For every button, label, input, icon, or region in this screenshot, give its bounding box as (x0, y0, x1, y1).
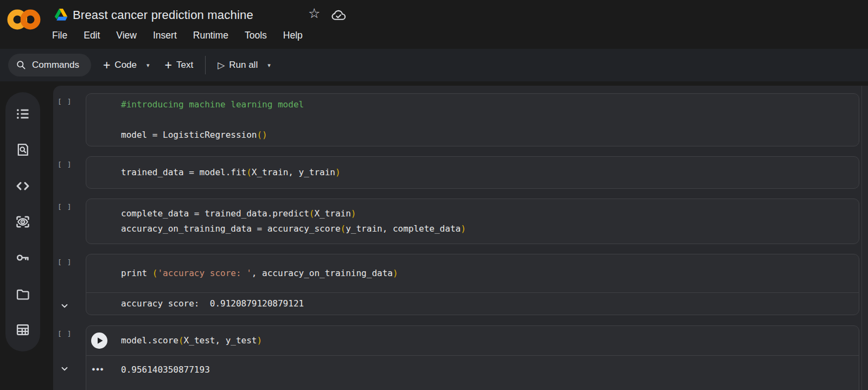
code-cell[interactable]: #introducing machine learning modelmodel… (86, 93, 859, 146)
cell-gutter: [ ] (53, 254, 86, 315)
toolbar-divider (205, 56, 206, 74)
cell-row: [ ]complete_data = trained_data.predict(… (53, 199, 859, 244)
code-line: #introducing machine learning model (121, 97, 859, 112)
code-editor[interactable]: trained_data = model.fit(X_train, y_trai… (86, 157, 859, 188)
table-of-contents-icon[interactable] (15, 106, 30, 122)
cell-gutter: [ ] (53, 199, 86, 244)
cell-gutter: [ ] (53, 156, 86, 189)
collapse-output-chevron-icon[interactable] (60, 364, 69, 374)
code-editor[interactable]: print ('accuracy score: ', accuracy_on_t… (86, 254, 859, 292)
left-rail (0, 81, 53, 390)
cell-output: ●●●0.956140350877193 (86, 355, 859, 390)
collapse-output-chevron-icon[interactable] (60, 301, 69, 311)
menubar: FileEditViewInsertRuntimeToolsHelp (52, 30, 303, 41)
menu-insert[interactable]: Insert (153, 30, 177, 41)
execution-indicator[interactable]: [ ] (58, 203, 72, 211)
commands-label: Commands (32, 60, 79, 71)
output-text: 0.956140350877193 (121, 362, 859, 378)
run-all-button[interactable]: ▷ Run all ▾ (218, 60, 271, 71)
code-editor[interactable]: complete_data = trained_data.predict(X_t… (86, 199, 859, 244)
colab-logo[interactable] (7, 7, 41, 32)
cell-row: [ ]#introducing machine learning modelmo… (53, 93, 859, 146)
run-cell-button[interactable] (91, 333, 107, 349)
menu-edit[interactable]: Edit (84, 30, 100, 41)
menu-tools[interactable]: Tools (245, 30, 267, 41)
notebook-area: [ ]#introducing machine learning modelmo… (53, 86, 868, 390)
toolbar: Commands + Code ▾ + Text ▷ Run all ▾ (0, 49, 868, 81)
secrets-icon[interactable] (15, 250, 30, 265)
cell-gutter: [ ] (53, 93, 86, 146)
star-icon[interactable]: ☆ (308, 5, 320, 21)
colab-window: Breast cancer prediction machine ☆ FileE… (0, 0, 868, 390)
run-icon: ▷ (218, 60, 225, 71)
commands-button[interactable]: Commands (8, 54, 91, 76)
sidebar-icon-rail (5, 92, 40, 351)
output-menu-dots-icon[interactable]: ●●● (92, 363, 104, 374)
files-icon[interactable] (15, 286, 30, 302)
menu-view[interactable]: View (116, 30, 137, 41)
cloud-saved-icon[interactable] (331, 8, 346, 21)
code-line (121, 112, 859, 127)
output-text: accuracy score: 0.9120879120879121 (121, 296, 859, 311)
code-line: trained_data = model.fit(X_train, y_trai… (121, 165, 859, 180)
plus-icon: + (165, 59, 172, 72)
execution-indicator[interactable]: [ ] (58, 161, 72, 169)
code-line: model = LogisticRegression() (121, 127, 859, 143)
cell-output: accuracy score: 0.9120879120879121 (86, 292, 859, 315)
cell-gutter: [ ] (53, 325, 86, 390)
data-table-icon[interactable] (15, 322, 30, 337)
variable-inspector-icon[interactable] (15, 214, 30, 229)
menu-help[interactable]: Help (283, 30, 303, 41)
scrollbar-track[interactable] (861, 86, 862, 390)
code-editor[interactable]: model.score(X_test, y_test) (86, 326, 859, 355)
code-line: accuracy_on_training_data = accuracy_sco… (121, 221, 859, 236)
code-snippets-icon[interactable] (15, 178, 30, 194)
cell-row: [ ]model.score(X_test, y_test)●●●0.95614… (53, 325, 859, 390)
code-cell[interactable]: model.score(X_test, y_test)●●●0.95614035… (86, 325, 859, 390)
content: [ ]#introducing machine learning modelmo… (0, 81, 868, 390)
menu-file[interactable]: File (52, 30, 67, 41)
menu-runtime[interactable]: Runtime (193, 30, 228, 41)
find-replace-icon[interactable] (15, 142, 30, 157)
code-line: complete_data = trained_data.predict(X_t… (121, 206, 859, 221)
code-cell[interactable]: print ('accuracy score: ', accuracy_on_t… (86, 254, 859, 315)
cell-row: [ ]print ('accuracy score: ', accuracy_o… (53, 254, 859, 315)
cell-row: [ ]trained_data = model.fit(X_train, y_t… (53, 156, 859, 189)
execution-indicator[interactable]: [ ] (58, 258, 72, 266)
header: Breast cancer prediction machine ☆ FileE… (0, 0, 868, 49)
code-cell[interactable]: complete_data = trained_data.predict(X_t… (86, 199, 859, 244)
drive-icon[interactable] (54, 9, 68, 21)
chevron-down-icon[interactable]: ▾ (267, 62, 271, 69)
execution-indicator[interactable]: [ ] (58, 330, 72, 338)
execution-indicator[interactable]: [ ] (58, 98, 72, 106)
code-editor[interactable]: #introducing machine learning modelmodel… (86, 94, 859, 146)
add-text-button[interactable]: + Text (165, 59, 194, 72)
add-code-button[interactable]: + Code ▾ (103, 59, 150, 72)
code-line: print ('accuracy score: ', accuracy_on_t… (121, 266, 859, 281)
search-icon (16, 60, 27, 71)
chevron-down-icon[interactable]: ▾ (146, 62, 150, 69)
plus-icon: + (103, 59, 110, 72)
code-line: model.score(X_test, y_test) (121, 333, 859, 348)
notebook-title[interactable]: Breast cancer prediction machine (73, 8, 253, 22)
code-cell[interactable]: trained_data = model.fit(X_train, y_trai… (86, 156, 859, 189)
